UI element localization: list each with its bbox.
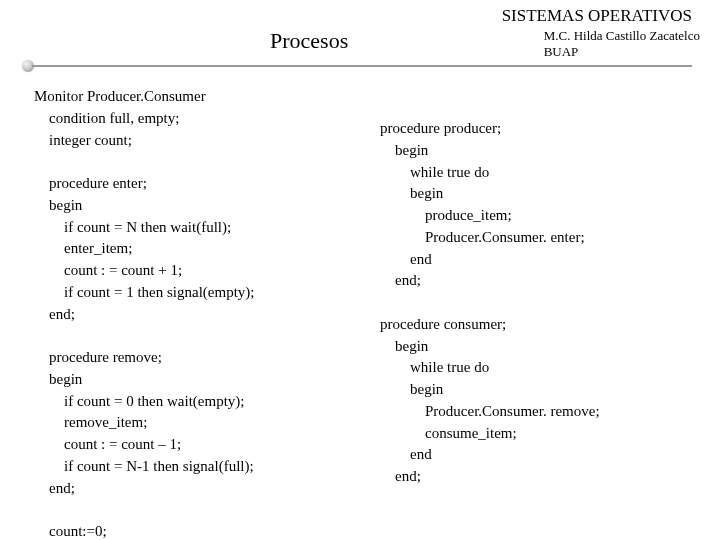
author-block: M.C. Hilda Castillo Zacatelco BUAP [544,28,700,61]
code-right-column: procedure producer; begin while true do … [380,118,600,488]
code-left-column: Monitor Producer.Consumer condition full… [34,86,255,540]
divider-rule [22,60,692,70]
author-name: M.C. Hilda Castillo Zacatelco [544,28,700,44]
course-title: SISTEMAS OPERATIVOS [502,6,692,26]
author-affiliation: BUAP [544,44,700,60]
divider-line [32,65,692,67]
section-title: Procesos [270,28,348,54]
